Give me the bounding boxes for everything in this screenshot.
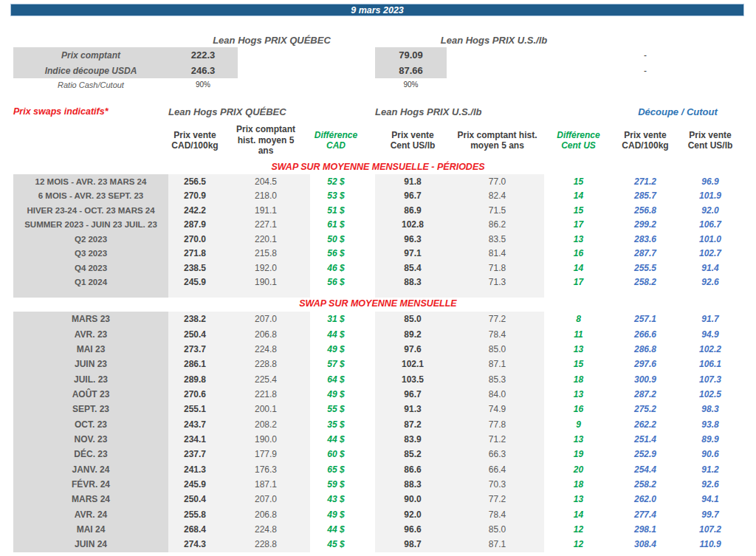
cad-hist-price: 218.0: [221, 189, 310, 204]
cutout-cad-price: 287.2: [613, 387, 678, 402]
cad-hist-price: 224.8: [221, 342, 310, 357]
row-label: MARS 23: [13, 312, 168, 326]
table-row: OCT. 23243.7208.235 $87.277.89262.293.8: [0, 416, 756, 431]
us-difference: 18: [544, 477, 613, 492]
cad-sale-price: 273.7: [168, 342, 221, 357]
cad-hist-price: 187.1: [221, 477, 310, 492]
table-row: JUIN 23286.1228.857 $102.187.115297.6106…: [0, 357, 756, 371]
us-sale-price: 86.6: [375, 461, 450, 476]
cutout-cad-price: 271.2: [613, 174, 678, 189]
spot-ratio-quebec-value: 90%: [168, 78, 238, 91]
us-difference: 12: [544, 522, 613, 537]
col-header-cutout-us: Prix vente Cent US/lb: [678, 120, 743, 161]
cad-sale-price: 241.3: [168, 461, 221, 476]
us-hist-price: 70.3: [450, 477, 544, 492]
us-difference: 8: [544, 312, 613, 326]
cutout-us-price: 98.3: [678, 402, 743, 416]
table-row: 12 MOIS - AVR. 23 MARS 24256.5204.552 $9…: [0, 174, 756, 189]
spot-cash-quebec-value: 222.3: [168, 47, 238, 63]
cad-sale-price: 245.9: [168, 275, 221, 290]
row-label: HIVER 23-24 - OCT. 23 MARS 24: [13, 203, 168, 218]
cad-difference: 59 $: [310, 477, 362, 492]
cad-difference: 64 $: [310, 371, 362, 386]
col-header-us-difference: Différence Cent US: [544, 120, 613, 161]
cad-sale-price: 271.8: [168, 247, 221, 261]
us-difference: 9: [544, 416, 613, 431]
cutout-us-price: 107.3: [678, 371, 743, 386]
cutout-us-price: 93.8: [678, 416, 743, 431]
cad-hist-price: 225.4: [221, 371, 310, 386]
cutout-cad-price: 300.9: [613, 371, 678, 386]
us-sale-price: 88.3: [375, 477, 450, 492]
us-hist-price: 82.4: [450, 189, 544, 204]
cad-sale-price: 250.4: [168, 492, 221, 507]
cad-difference: 46 $: [310, 261, 362, 275]
cutout-section-title: Découpe / Cutout: [613, 103, 743, 120]
us-sale-price: 96.6: [375, 522, 450, 537]
spot-row-ratio: Ratio Cash/Cutout 90% 90%: [0, 78, 756, 91]
cad-difference: 44 $: [310, 522, 362, 537]
cad-hist-price: 215.8: [221, 247, 310, 261]
us-sale-price: 96.7: [375, 387, 450, 402]
cutout-us-price: 94.1: [678, 492, 743, 507]
cad-sale-price: 255.8: [168, 507, 221, 521]
cutout-us-price: 92.0: [678, 203, 743, 218]
cad-difference: 56 $: [310, 247, 362, 261]
cutout-us-price: 110.9: [678, 537, 743, 552]
cutout-us-price: 90.6: [678, 447, 743, 461]
cutout-cad-price: 256.8: [613, 203, 678, 218]
us-difference: 19: [544, 447, 613, 461]
us-sale-price: 102.1: [375, 357, 450, 371]
spot-ratio-us-value: 90%: [375, 78, 447, 91]
cad-hist-price: 191.1: [221, 203, 310, 218]
table-row: DÉC. 23237.7177.960 $85.266.319252.990.6: [0, 447, 756, 461]
us-difference: 13: [544, 232, 613, 247]
us-hist-price: 77.8: [450, 416, 544, 431]
spot-cash-cutout-value: -: [613, 47, 678, 63]
table-row: AOÛT 23270.6221.849 $96.784.013287.2102.…: [0, 387, 756, 402]
cad-hist-price: 190.1: [221, 275, 310, 290]
spot-row-cash: Prix comptant 222.3 79.09 -: [0, 47, 756, 63]
row-label: 12 MOIS - AVR. 23 MARS 24: [13, 174, 168, 189]
table-row: NOV. 23234.1190.044 $83.971.213251.489.9: [0, 432, 756, 447]
spot-cutout-index-us-value: 87.66: [375, 63, 447, 78]
cutout-us-price: 91.7: [678, 312, 743, 326]
spot-ratio-label: Ratio Cash/Cutout: [13, 78, 168, 91]
cutout-cad-price: 299.2: [613, 218, 678, 233]
cutout-us-price: 106.7: [678, 218, 743, 233]
us-sale-price: 87.2: [375, 416, 450, 431]
us-hist-price: 81.4: [450, 247, 544, 261]
row-label: AOÛT 23: [13, 387, 168, 402]
cad-difference: 43 $: [310, 492, 362, 507]
cad-sale-price: 243.7: [168, 416, 221, 431]
cad-hist-price: 190.0: [221, 432, 310, 447]
cad-difference: 61 $: [310, 218, 362, 233]
cutout-cad-price: 283.6: [613, 232, 678, 247]
cad-sale-price: 289.8: [168, 371, 221, 386]
cad-sale-price: 238.2: [168, 312, 221, 326]
spot-quebec-title: Lean Hogs PRIX QUÉBEC: [168, 32, 375, 47]
us-hist-price: 84.0: [450, 387, 544, 402]
cad-difference: 53 $: [310, 189, 362, 204]
cutout-cad-price: 285.7: [613, 189, 678, 204]
us-hist-price: 77.0: [450, 174, 544, 189]
us-sale-price: 86.9: [375, 203, 450, 218]
us-sale-price: 89.2: [375, 326, 450, 341]
us-sale-price: 85.0: [375, 312, 450, 326]
row-label: MAI 23: [13, 342, 168, 357]
us-sale-price: 98.7: [375, 537, 450, 552]
date-banner: 9 mars 2023: [10, 4, 744, 16]
cutout-cad-price: 257.1: [613, 312, 678, 326]
table-row: Q3 2023271.8215.856 $97.181.416287.7102.…: [0, 247, 756, 261]
cutout-us-price: 102.2: [678, 342, 743, 357]
us-difference: 14: [544, 189, 613, 204]
cad-difference: 49 $: [310, 387, 362, 402]
us-sale-price: 102.8: [375, 218, 450, 233]
cad-difference: 57 $: [310, 357, 362, 371]
table-row: FÉVR. 24245.9187.159 $88.370.318258.292.…: [0, 477, 756, 492]
us-hist-price: 86.2: [450, 218, 544, 233]
cutout-cad-price: 277.4: [613, 507, 678, 521]
cad-hist-price: 204.5: [221, 174, 310, 189]
cad-hist-price: 177.9: [221, 447, 310, 461]
us-hist-price: 77.2: [450, 312, 544, 326]
